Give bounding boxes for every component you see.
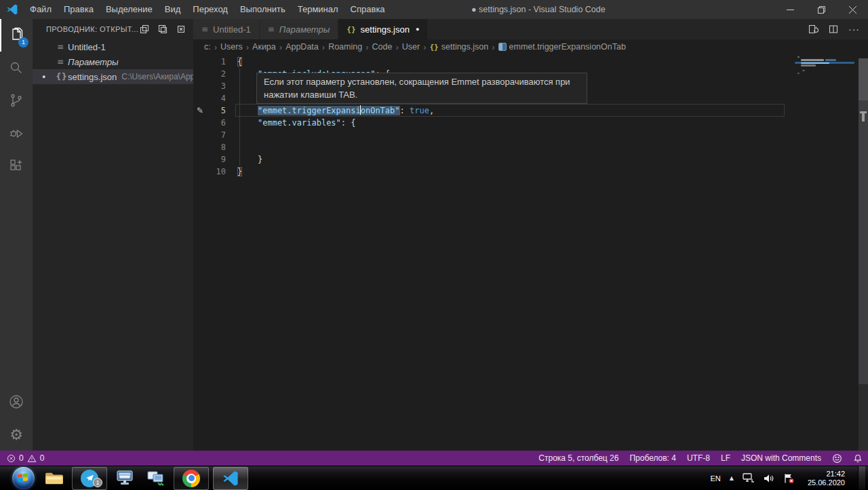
menu-view[interactable]: Вид xyxy=(159,0,187,19)
code-line-8[interactable] xyxy=(193,141,868,153)
open-editors-header[interactable]: ПРОВОДНИК: ОТКРЫТ... xyxy=(33,19,193,39)
breadcrumb-item[interactable]: settings.json xyxy=(441,42,488,52)
status-bar: 0 0 Строка 5, столбец 26 Пробелов: 4 UTF… xyxy=(0,451,868,466)
eol-status[interactable]: LF xyxy=(721,453,730,463)
scrollbar-lower xyxy=(859,384,868,451)
feedback-smiley-icon[interactable] xyxy=(832,453,842,464)
json-file-icon: {} xyxy=(429,43,438,52)
explorer-badge: 1 xyxy=(18,37,28,48)
volume-tray-icon[interactable] xyxy=(764,474,774,483)
system-keyboard-taskbar-button[interactable] xyxy=(111,467,138,490)
open-editor-parameters[interactable]: ≡ Параметры xyxy=(33,54,193,69)
code-editor[interactable]: 1 2 3 4 5 6 7 8 9 10 ✎ { "emmet.includeL… xyxy=(193,54,868,451)
menu-run[interactable]: Выполнить xyxy=(234,0,292,19)
tab-settings-json[interactable]: {} settings.json ● xyxy=(338,19,428,39)
explorer-view-button[interactable]: 1 xyxy=(0,19,33,52)
more-actions-icon[interactable]: ··· xyxy=(848,24,860,35)
menu-file[interactable]: Файл xyxy=(24,0,58,19)
breadcrumb-item[interactable]: Users xyxy=(220,42,243,52)
line-number[interactable]: 10 xyxy=(193,166,226,178)
open-editor-label: Untitled-1 xyxy=(68,42,106,52)
open-editor-settings-json[interactable]: ● {} settings.json C:\Users\Акира\App... xyxy=(33,69,193,84)
account-button[interactable] xyxy=(0,385,33,418)
line-number[interactable]: 8 xyxy=(193,141,226,153)
tab-untitled-1[interactable]: ≡ Untitled-1 xyxy=(193,19,260,39)
debug-icon xyxy=(8,125,24,141)
line-number[interactable]: 4 xyxy=(193,92,226,105)
minimize-button[interactable] xyxy=(774,0,806,19)
cursor-position-status[interactable]: Строка 5, столбец 26 xyxy=(538,453,618,463)
menu-edit[interactable]: Правка xyxy=(58,0,100,19)
remote-desktop-taskbar-button[interactable] xyxy=(142,467,170,490)
indentation-status[interactable]: Пробелов: 4 xyxy=(629,453,676,463)
language-mode-status[interactable]: JSON with Comments xyxy=(741,453,821,463)
encoding-status[interactable]: UTF-8 xyxy=(687,453,710,463)
breadcrumb-item[interactable]: c: xyxy=(204,42,211,52)
window-title: ● settings.json - Visual Studio Code xyxy=(471,0,606,19)
chrome-icon xyxy=(182,470,200,487)
line-number[interactable]: 6 xyxy=(193,117,226,129)
scrollbar[interactable] xyxy=(859,58,868,384)
bell-icon[interactable] xyxy=(853,453,863,464)
title-bar: Файл Правка Выделение Вид Переход Выполн… xyxy=(0,0,868,19)
problems-status[interactable]: 0 0 xyxy=(7,453,44,463)
taskbar-clock[interactable]: 21:42 25.06.2020 xyxy=(804,470,849,487)
extensions-view-button[interactable] xyxy=(0,149,33,182)
code-line-7[interactable] xyxy=(193,129,868,141)
code-line-5[interactable]: "emmet.triggerExpansionOnTab": true, xyxy=(193,105,868,117)
run-debug-view-button[interactable] xyxy=(0,117,33,149)
error-count: 0 xyxy=(19,453,24,463)
breadcrumb-item[interactable]: emmet.triggerExpansionOnTab xyxy=(509,42,626,52)
language-indicator[interactable]: EN xyxy=(711,474,721,483)
tab-bar: ≡ Untitled-1 ≡ Параметры {} settings.jso… xyxy=(193,19,868,39)
manage-button[interactable]: ⚙ xyxy=(0,418,33,451)
close-button[interactable] xyxy=(837,0,868,19)
split-editor-icon[interactable] xyxy=(828,24,839,35)
breadcrumb-item[interactable]: User xyxy=(402,42,420,52)
open-changes-icon[interactable] xyxy=(808,24,818,35)
menu-go[interactable]: Переход xyxy=(186,0,234,19)
dirty-indicator-icon[interactable]: ● xyxy=(42,73,45,80)
start-button[interactable] xyxy=(9,467,37,490)
menu-terminal[interactable]: Терминал xyxy=(292,0,344,19)
breadcrumb-item[interactable]: Roaming xyxy=(328,42,362,52)
breadcrumb-item[interactable]: AppData xyxy=(285,42,319,52)
code-line-6[interactable]: "emmet.variables": { xyxy=(193,117,868,129)
code-line-10[interactable]: } xyxy=(193,166,868,178)
close-all-editors-icon[interactable] xyxy=(176,24,186,35)
restore-button[interactable] xyxy=(806,0,837,19)
menu-selection[interactable]: Выделение xyxy=(100,0,159,19)
breadcrumb-item[interactable]: Code xyxy=(372,42,393,52)
source-control-view-button[interactable] xyxy=(0,84,33,117)
dirty-indicator-icon[interactable]: ● xyxy=(416,26,419,33)
error-icon xyxy=(7,454,16,463)
line-number[interactable]: 3 xyxy=(193,80,226,92)
network-tray-icon[interactable] xyxy=(743,473,755,483)
telegram-taskbar-button[interactable]: 1 xyxy=(72,467,107,490)
menu-help[interactable]: Справка xyxy=(344,0,391,19)
show-desktop-button[interactable] xyxy=(858,466,865,490)
breadcrumb: c: › Users › Акира › AppData › Roaming ›… xyxy=(193,39,868,54)
scrollbar-slider[interactable] xyxy=(859,58,868,100)
line-number[interactable]: 7 xyxy=(193,129,226,141)
open-editor-untitled[interactable]: ≡ Untitled-1 xyxy=(33,39,193,54)
search-view-button[interactable] xyxy=(0,52,33,84)
vscode-taskbar-button[interactable] xyxy=(213,467,248,490)
chrome-taskbar-button[interactable] xyxy=(174,467,209,490)
breadcrumb-item[interactable]: Акира xyxy=(252,42,276,52)
code-line-9[interactable]: } xyxy=(193,153,868,166)
new-untitled-file-icon[interactable] xyxy=(139,24,150,35)
save-all-icon[interactable] xyxy=(157,24,168,35)
hidden-icons-chevron-icon[interactable]: ▲ xyxy=(730,475,734,481)
breadcrumb-separator: › xyxy=(321,42,326,52)
code-line-1[interactable]: { xyxy=(193,56,868,68)
line-number[interactable]: 9 xyxy=(193,153,226,166)
editor-group: ≡ Untitled-1 ≡ Параметры {} settings.jso… xyxy=(193,19,868,451)
line-number[interactable]: 2 xyxy=(193,68,226,80)
line-number[interactable]: 1 xyxy=(193,56,226,68)
file-explorer-taskbar-button[interactable] xyxy=(41,467,68,490)
tray-time: 21:42 xyxy=(808,470,845,478)
pencil-icon[interactable]: ✎ xyxy=(197,105,203,117)
tab-parameters[interactable]: ≡ Параметры xyxy=(260,19,339,39)
action-center-flag-icon[interactable] xyxy=(783,473,795,484)
